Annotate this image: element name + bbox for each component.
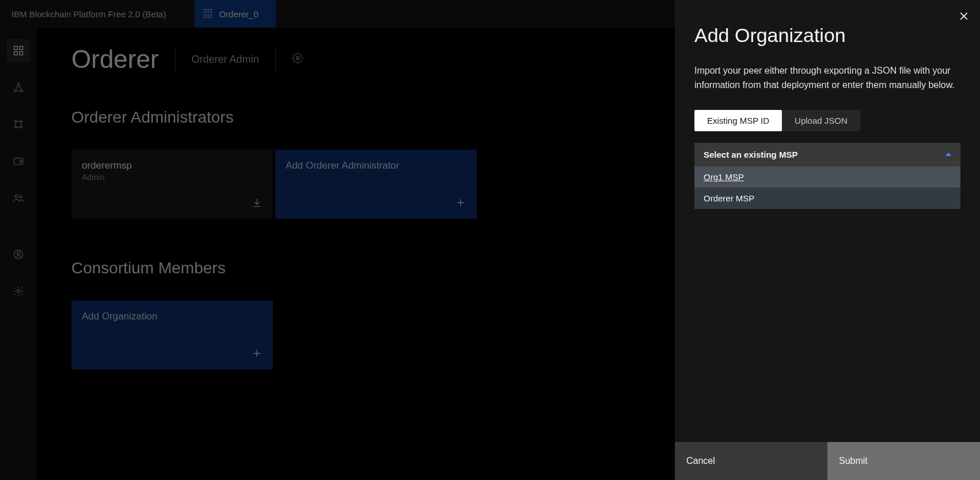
- tab-upload-json[interactable]: Upload JSON: [782, 110, 860, 131]
- msp-dropdown-toggle[interactable]: Select an existing MSP: [694, 143, 960, 166]
- panel-description: Import your peer either through exportin…: [694, 64, 960, 93]
- msp-dropdown: Select an existing MSP Org1 MSP Orderer …: [694, 143, 960, 209]
- import-method-tabs: Existing MSP ID Upload JSON: [694, 110, 860, 131]
- close-icon: [958, 10, 970, 22]
- chevron-up-icon: [945, 153, 951, 156]
- msp-option-orderer[interactable]: Orderer MSP: [694, 188, 960, 209]
- tab-existing-msp[interactable]: Existing MSP ID: [694, 110, 782, 131]
- close-button[interactable]: [956, 8, 972, 24]
- add-organization-panel: Add Organization Import your peer either…: [675, 0, 980, 480]
- submit-button[interactable]: Submit: [827, 442, 980, 480]
- msp-dropdown-label: Select an existing MSP: [704, 150, 797, 159]
- cancel-button[interactable]: Cancel: [675, 442, 827, 480]
- msp-option-org1[interactable]: Org1 MSP: [694, 166, 960, 188]
- panel-title: Add Organization: [694, 24, 960, 47]
- msp-dropdown-list: Org1 MSP Orderer MSP: [694, 166, 960, 209]
- panel-footer: Cancel Submit: [675, 442, 980, 480]
